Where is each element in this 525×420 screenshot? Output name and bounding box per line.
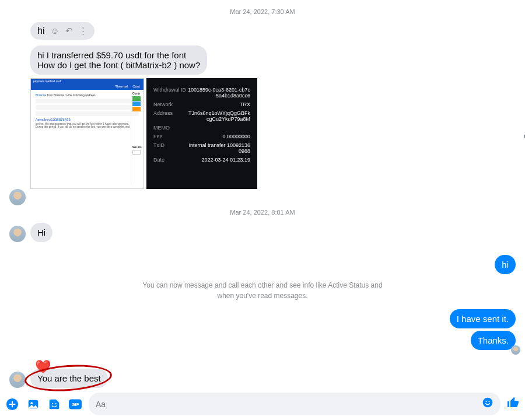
message-hi-text: hi — [37, 26, 44, 36]
plus-icon[interactable] — [5, 397, 20, 412]
screenshot-payment-page[interactable]: payment method usdt ThermalCont Binance … — [30, 78, 144, 189]
svg-point-9 — [488, 401, 489, 402]
share-icon[interactable] — [522, 131, 525, 140]
message-thanks: Thanks. — [471, 331, 516, 350]
emoji-icon[interactable] — [482, 397, 494, 411]
message-hi-right: hi — [495, 255, 516, 274]
system-info: You can now message and call each other … — [140, 280, 385, 301]
svg-point-3 — [52, 402, 53, 404]
image-icon[interactable] — [26, 397, 41, 412]
svg-point-4 — [55, 402, 57, 404]
message-hi2: Hi — [30, 223, 52, 242]
message-transfer-line1: hi I transferred $59.70 usdt for the fon… — [37, 50, 200, 60]
avatar[interactable] — [9, 372, 26, 388]
screenshot-withdrawal-receipt[interactable]: Withdrawal ID1001859c-0ca3-6201-cb7c-5a4… — [146, 78, 257, 189]
reply-icon[interactable]: ↶ — [65, 26, 73, 36]
smile-icon[interactable]: ☺ — [50, 26, 59, 36]
svg-text:GIF: GIF — [72, 402, 79, 407]
message-sent: I have sent it. — [450, 309, 516, 328]
svg-point-7 — [483, 398, 493, 408]
message-input[interactable] — [96, 400, 482, 409]
more-icon[interactable]: ⋮ — [79, 26, 88, 36]
message-transfer-line2: How do I get the font ( bitMatrix-b2 ) n… — [37, 60, 200, 70]
avatar[interactable] — [9, 189, 26, 205]
sticker-icon[interactable] — [47, 397, 62, 412]
svg-point-8 — [485, 401, 487, 402]
thumbs-up-icon[interactable] — [506, 396, 520, 413]
attachment-row: payment method usdt ThermalCont Binance … — [30, 78, 516, 189]
gif-icon[interactable]: GIF — [68, 397, 83, 412]
message-transfer: hi I transferred $59.70 usdt for the fon… — [30, 46, 207, 75]
svg-point-2 — [30, 402, 33, 404]
composer: GIF — [5, 393, 520, 415]
timestamp-1: Mar 24, 2022, 7:30 AM — [9, 8, 516, 15]
message-input-wrap[interactable] — [89, 393, 501, 415]
timestamp-2: Mar 24, 2022, 8:01 AM — [9, 209, 516, 216]
message-hi: hi ☺ ↶ ⋮ — [30, 22, 94, 40]
seen-avatar — [511, 345, 520, 355]
avatar[interactable] — [9, 226, 26, 242]
heart-reaction-icon: ❤️ — [35, 359, 51, 374]
